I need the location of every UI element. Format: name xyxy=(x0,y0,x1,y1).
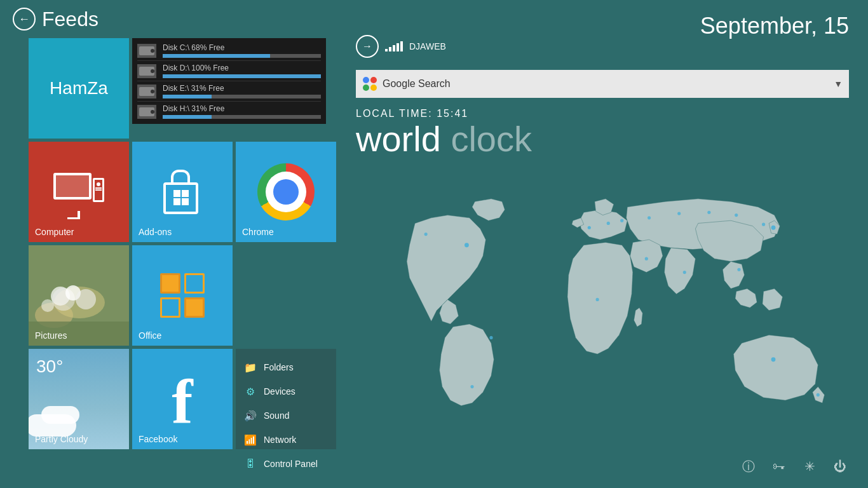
svg-point-32 xyxy=(817,393,820,396)
win-cell-2 xyxy=(182,190,189,197)
feeds-label: Feeds xyxy=(42,8,98,31)
network-name: DJAWEB xyxy=(409,41,446,51)
office-bl xyxy=(160,297,180,318)
svg-point-12 xyxy=(370,85,377,91)
svg-point-19 xyxy=(620,219,623,222)
disk-c-row: Disk C:\ 68% Free xyxy=(137,41,321,61)
disk-c-bar-fill xyxy=(163,54,270,58)
svg-point-22 xyxy=(707,211,710,214)
settings-folders[interactable]: 📁 Folders xyxy=(243,355,329,379)
sound-icon: 🔊 xyxy=(243,409,257,423)
pictures-tile[interactable]: Pictures xyxy=(29,245,129,346)
svg-point-26 xyxy=(683,271,686,274)
disk-d-row: Disk D:\ 100% Free xyxy=(137,61,321,81)
disk-h-info: Disk H:\ 31% Free xyxy=(163,104,321,119)
svg-point-14 xyxy=(465,243,469,247)
world-clock-section: LOCAL TIME: 15:41 world clock xyxy=(356,108,849,159)
hamza-tile[interactable]: HamZa xyxy=(29,38,129,139)
world-map-svg xyxy=(349,191,862,419)
disk-c-bar-bg xyxy=(163,54,321,58)
svg-point-6 xyxy=(76,289,96,309)
office-tr xyxy=(184,273,205,294)
disk-d-bar-bg xyxy=(163,74,321,78)
svg-point-10 xyxy=(370,77,377,83)
pictures-label: Pictures xyxy=(35,330,67,341)
disk-h-label: Disk H:\ 31% Free xyxy=(163,104,321,113)
disk-e-bar-fill xyxy=(163,95,212,98)
facebook-tile[interactable]: f Facebook xyxy=(132,349,233,449)
local-time-label: LOCAL TIME: 15:41 xyxy=(356,108,849,119)
svg-point-28 xyxy=(596,298,599,301)
feeds-arrow-icon[interactable]: ← xyxy=(13,8,36,30)
bottom-icons: ⓘ 🗝 ✳ ⏻ xyxy=(740,458,849,475)
chrome-tile[interactable]: Chrome xyxy=(236,142,336,242)
office-tl xyxy=(160,273,180,294)
settings-control-panel[interactable]: 🎛 Control Panel xyxy=(243,452,329,476)
search-bar[interactable]: ▼ xyxy=(356,70,849,98)
pc-tower xyxy=(93,178,104,202)
disk-e-bar-bg xyxy=(163,95,321,98)
office-icon xyxy=(160,273,205,318)
weather-tile[interactable]: 30° Partly Cloudy xyxy=(29,349,129,449)
signal-bar-2 xyxy=(389,47,391,51)
signal-bar-3 xyxy=(393,45,395,51)
network-bar: → DJAWEB xyxy=(356,35,446,58)
world-clock-bold: world xyxy=(356,119,441,159)
office-br xyxy=(184,297,205,318)
bag-icon xyxy=(163,170,201,214)
svg-point-16 xyxy=(489,336,492,339)
chrome-label: Chrome xyxy=(242,227,274,237)
hamza-label: HamZa xyxy=(50,78,108,98)
folder-icon: 📁 xyxy=(243,360,257,374)
office-label: Office xyxy=(139,330,161,341)
win-cell-1 xyxy=(173,190,180,197)
svg-point-21 xyxy=(677,212,681,215)
settings-devices[interactable]: ⚙ Devices xyxy=(243,379,329,403)
svg-point-25 xyxy=(771,226,776,230)
tiles-row-1: Computer Add-ons xyxy=(29,142,336,242)
settings-folders-label: Folders xyxy=(264,362,294,372)
office-tile[interactable]: Office xyxy=(132,245,233,346)
monitor-base xyxy=(67,217,80,219)
disk-d-icon xyxy=(137,64,156,78)
svg-point-15 xyxy=(424,233,428,236)
facebook-label: Facebook xyxy=(139,434,177,444)
computer-label: Computer xyxy=(35,227,74,237)
top-row: HamZa Disk C:\ 68% Free Disk D:\ 100% Fr… xyxy=(29,38,336,139)
power-icon[interactable]: ⏻ xyxy=(831,458,849,475)
bag-handle xyxy=(171,170,190,182)
search-input[interactable] xyxy=(383,78,829,90)
info-icon[interactable]: ⓘ xyxy=(740,458,757,475)
monitor-screen xyxy=(56,175,89,197)
svg-point-29 xyxy=(737,268,740,271)
windows-logo xyxy=(173,190,189,205)
key-icon[interactable]: 🗝 xyxy=(770,458,788,475)
weather-label: Partly Cloudy xyxy=(35,434,88,444)
win-cell-3 xyxy=(173,198,180,205)
svg-point-11 xyxy=(363,85,369,91)
disk-c-icon xyxy=(137,44,156,58)
addons-tile[interactable]: Add-ons xyxy=(132,142,233,242)
signal-bar-1 xyxy=(385,49,388,51)
computer-tile[interactable]: Computer xyxy=(29,142,129,242)
svg-point-20 xyxy=(648,216,651,219)
disk-e-info: Disk E:\ 31% Free xyxy=(163,84,321,98)
tiles-row-2: Pictures Office xyxy=(29,245,336,346)
search-dropdown-arrow[interactable]: ▼ xyxy=(834,79,843,89)
settings-sound[interactable]: 🔊 Sound xyxy=(243,403,329,428)
svg-point-9 xyxy=(363,77,369,83)
win-cell-4 xyxy=(182,198,189,205)
computer-icon xyxy=(53,173,104,211)
loader-icon[interactable]: ✳ xyxy=(801,458,818,475)
network-arrow-button[interactable]: → xyxy=(356,35,379,58)
control-panel-icon: 🎛 xyxy=(243,457,257,471)
svg-point-30 xyxy=(771,357,776,362)
cloud-1 xyxy=(29,414,76,437)
devices-icon: ⚙ xyxy=(243,384,257,398)
chrome-icon xyxy=(257,163,315,220)
facebook-icon: f xyxy=(172,370,193,434)
disk-h-icon xyxy=(137,105,156,119)
signal-bar-4 xyxy=(397,43,399,51)
settings-network[interactable]: 📶 Network xyxy=(243,428,329,452)
world-clock-light: clock xyxy=(451,119,532,159)
